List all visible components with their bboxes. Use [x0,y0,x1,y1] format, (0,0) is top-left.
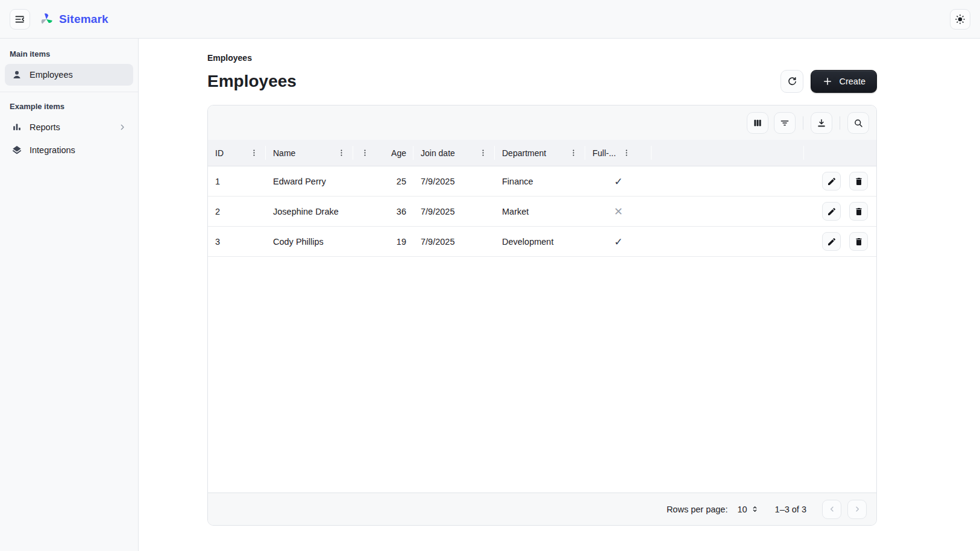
edit-pencil-icon [827,237,837,247]
column-header-actions [804,140,876,166]
column-menu-icon[interactable] [479,148,488,157]
cell-age: 25 [353,166,413,196]
cell-actions [804,166,876,196]
column-menu-icon[interactable] [337,148,346,157]
sidebar-section-example-items: Example items [0,97,138,115]
column-menu-icon[interactable] [569,148,578,157]
cell-actions [804,227,876,256]
topbar: Sitemark [0,0,980,39]
theme-toggle-button[interactable] [950,9,970,30]
select-arrows-icon [750,505,759,514]
column-header-name[interactable]: Name [266,140,353,166]
column-header-department[interactable]: Department [495,140,585,166]
previous-page-button[interactable] [822,500,841,519]
search-button[interactable] [847,112,869,134]
column-header-join-date[interactable]: Join date [413,140,495,166]
toolbar-divider [840,116,840,130]
chevron-right-icon [853,505,862,514]
cell-filler [652,197,804,226]
cell-join-date: 7/9/2025 [413,197,495,226]
cell-name: Edward Perry [266,166,353,196]
sitemark-logo-icon [39,11,54,27]
main-area: Employees Employees [139,39,980,551]
plus-icon [822,76,833,87]
column-header-id[interactable]: ID [208,140,266,166]
columns-button[interactable] [747,112,768,134]
column-header-age[interactable]: Age [353,140,413,166]
edit-button[interactable] [822,202,841,221]
chevron-right-icon [118,122,127,132]
rows-per-page-select[interactable]: 10 [737,505,759,514]
column-menu-icon[interactable] [360,148,369,157]
delete-trash-icon [854,177,864,186]
delete-button[interactable] [849,202,868,221]
sidebar-collapse-button[interactable] [10,9,30,30]
cell-name: Josephine Drake [266,197,353,226]
toolbar-divider [803,116,803,130]
delete-button[interactable] [849,232,868,251]
column-menu-icon[interactable] [622,148,631,157]
create-button[interactable]: Create [811,70,877,93]
grid-footer: Rows per page: 10 1–3 of 3 [208,493,876,525]
cell-full-time: ✓ [585,227,652,256]
delete-trash-icon [854,207,864,216]
table-row[interactable]: 3 Cody Phillips 19 7/9/2025 Development … [208,227,876,257]
bar-chart-icon [11,121,23,133]
grid-toolbar [208,105,876,140]
delete-trash-icon [854,237,864,247]
sidebar-item-integrations[interactable]: Integrations [5,139,133,161]
data-grid: ID Name [207,105,877,526]
table-row[interactable]: 2 Josephine Drake 36 7/9/2025 Market ✕ [208,197,876,227]
edit-button[interactable] [822,232,841,251]
check-icon: ✓ [614,236,623,248]
cell-age: 36 [353,197,413,226]
check-icon: ✓ [614,175,623,187]
cell-filler [652,166,804,196]
delete-button[interactable] [849,172,868,190]
cell-join-date: 7/9/2025 [413,166,495,196]
column-menu-icon[interactable] [250,148,259,157]
cell-id: 2 [208,197,266,226]
cell-department: Market [495,197,585,226]
export-button[interactable] [811,112,832,134]
filter-button[interactable] [774,112,796,134]
rows-per-page-value: 10 [737,505,747,514]
edit-pencil-icon [827,207,837,216]
sidebar-item-reports[interactable]: Reports [5,116,133,138]
brand[interactable]: Sitemark [39,11,108,27]
column-header-label: ID [215,148,224,158]
breadcrumb[interactable]: Employees [207,53,877,63]
cell-department: Finance [495,166,585,196]
sidebar: Main items Employees Example items [0,39,139,551]
grid-header-row: ID Name [208,140,876,166]
sidebar-item-label: Reports [30,122,60,132]
page-title: Employees [207,72,297,91]
cell-department: Development [495,227,585,256]
cell-id: 1 [208,166,266,196]
cell-name: Cody Phillips [266,227,353,256]
cell-full-time: ✕ [585,197,652,226]
layers-icon [11,144,23,156]
sidebar-item-label: Integrations [30,145,75,155]
refresh-icon [787,76,798,87]
pagination-range-label: 1–3 of 3 [775,505,806,514]
next-page-button[interactable] [847,500,867,519]
table-row[interactable]: 1 Edward Perry 25 7/9/2025 Finance ✓ [208,166,876,197]
create-button-label: Create [839,77,865,86]
sidebar-divider [0,92,138,92]
chevron-left-icon [828,505,837,514]
app-window: Sitemark Main items [0,0,980,551]
sidebar-item-employees[interactable]: Employees [5,64,133,86]
rows-per-page-label: Rows per page: [667,505,728,514]
download-icon [816,118,827,128]
edit-button[interactable] [822,172,841,190]
column-header-full-time[interactable]: Full-... [585,140,652,166]
edit-pencil-icon [827,177,837,186]
refresh-button[interactable] [781,70,803,93]
search-icon [853,118,864,128]
column-header-label: Join date [421,148,455,158]
cell-filler [652,227,804,256]
cell-full-time: ✓ [585,166,652,196]
column-header-label: Age [391,148,406,158]
cell-actions [804,197,876,226]
